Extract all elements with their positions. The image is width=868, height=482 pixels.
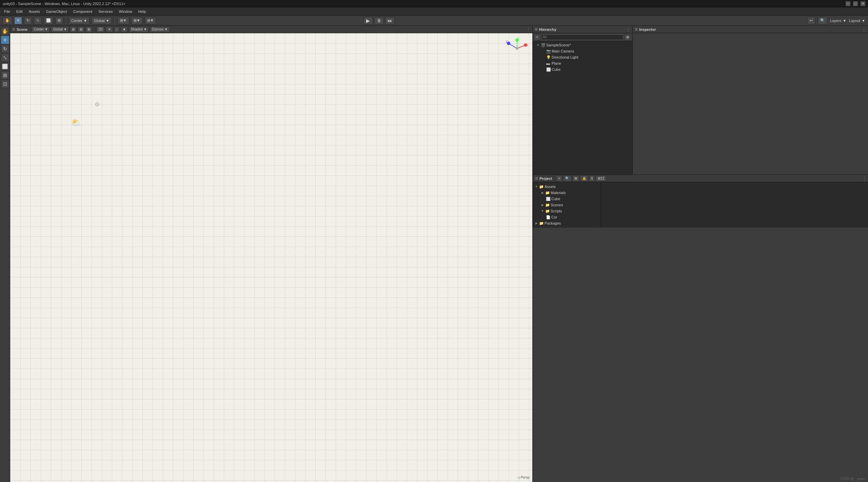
hierarchy-tree: ▼ 🎬 SampleScene* 📷 Main Camera (533, 41, 632, 174)
tree-item-samplescene[interactable]: ▼ 🎬 SampleScene* (533, 42, 632, 48)
project-filter-btn[interactable]: ⊞ (572, 175, 579, 182)
project-tree: ▼ 📁 Assets ▶ 📁 Materials ⬜ (533, 182, 601, 228)
title-bar: unity03 - SampleScene - Windows, Mac, Li… (0, 0, 868, 7)
snap-settings-btn[interactable]: ⊞▼ (118, 17, 129, 24)
move-tool-btn[interactable]: ✛ (14, 17, 22, 24)
menu-help[interactable]: Help (136, 9, 149, 14)
transform-tool-btn[interactable]: ⊞ (55, 17, 63, 24)
menu-gameobject[interactable]: GameObject (43, 9, 70, 14)
inspector-content (633, 33, 868, 174)
grid-btn[interactable]: ⊞▼ (131, 17, 143, 24)
maximize-button[interactable]: □ (853, 1, 858, 6)
scene-viewport[interactable]: X Y Z ⊙ ⛅ (10, 33, 532, 482)
project-cube-material[interactable]: ⬜ Cube (533, 196, 600, 202)
project-assets[interactable]: ▼ 📁 Assets (533, 184, 600, 190)
global-local-btn[interactable]: Global ▼ (92, 17, 112, 24)
tool-rotate[interactable]: ↻ (1, 45, 9, 53)
dirlight-label: Directional Light (552, 55, 578, 59)
tree-item-dirlight[interactable]: 💡 Directional Light (533, 54, 632, 60)
menu-component[interactable]: Component (70, 9, 95, 14)
tool-scale[interactable]: ⤡ (1, 54, 9, 62)
undo-history-btn[interactable]: ↩ (807, 17, 815, 24)
fx-btn[interactable]: ★ (121, 26, 128, 33)
menu-assets[interactable]: Assets (26, 9, 43, 14)
menu-services[interactable]: Services (96, 9, 115, 14)
step-button[interactable]: ⏭ (385, 17, 395, 24)
plane-label: Plane (552, 61, 561, 65)
scale-tool-btn[interactable]: ⤡ (34, 17, 42, 24)
project-materials[interactable]: ▶ 📁 Materials (533, 190, 600, 196)
project-cor-script[interactable]: 📄 Cor (533, 214, 600, 220)
hierarchy-search-btn[interactable]: ⊕ (624, 34, 631, 40)
scenes-label: Scenes (551, 203, 563, 207)
hierarchy-add-btn[interactable]: + (534, 34, 540, 40)
center-arrow: ▼ (44, 27, 48, 31)
assets-folder-icon: 📁 (539, 185, 544, 189)
tool-custom1[interactable]: ⊞ (1, 71, 9, 79)
hierarchy-panel-menu[interactable]: ⋮ (626, 27, 630, 32)
tree-item-plane[interactable]: ▬ Plane (533, 60, 632, 66)
tool-hand[interactable]: ✋ (1, 27, 9, 35)
scene-extras-btn[interactable]: ⊞ (70, 26, 77, 33)
toolbar-sep-2 (115, 17, 115, 24)
directional-light-icon: ⊙ (95, 101, 99, 107)
plane-icon: ▬ (546, 61, 551, 65)
inspector-panel-menu[interactable]: ⋮ (862, 27, 866, 32)
scene-area: ✋ ✛ ↻ ⤡ ⬜ ⊞ ⊡ ☰ Scene Center ▼ Global (0, 26, 532, 482)
project-panel-menu[interactable]: ⋮ (862, 176, 866, 181)
play-button[interactable]: ▶ (363, 17, 373, 24)
rotate-tool-btn[interactable]: ↻ (24, 17, 32, 24)
right-top-panels: ☰ Hierarchy ⋮ + ⊕ ▼ 🎬 SampleScene* (533, 26, 868, 175)
scene-grid-btn[interactable]: ⊞ (78, 26, 84, 33)
scene-gizmos-btn[interactable]: Gizmos ▼ (150, 26, 170, 33)
right-panels: ☰ Hierarchy ⋮ + ⊕ ▼ 🎬 SampleScene* (532, 26, 868, 482)
hand-tool-btn[interactable]: ✋ (3, 17, 12, 24)
menu-bar: File Edit Assets GameObject Component Se… (0, 7, 868, 16)
project-scripts[interactable]: ▼ 📁 Scripts (533, 208, 600, 214)
scenes-folder-icon: 📁 (545, 203, 550, 207)
2d-toggle-btn[interactable]: 2D (96, 26, 105, 33)
audio-btn[interactable]: ♪ (114, 26, 120, 33)
menu-file[interactable]: File (1, 9, 13, 14)
samplescene-icon: 🎬 (541, 43, 546, 47)
menu-window[interactable]: Window (116, 9, 135, 14)
hierarchy-search-input[interactable] (541, 35, 623, 40)
project-packages[interactable]: ▶ 📁 Packages (533, 220, 600, 226)
project-size-btn[interactable]: ⊞12 (596, 175, 606, 182)
project-info-btn[interactable]: ℹ (589, 175, 595, 182)
main-layout: ✋ ✛ ↻ ⤡ ⬜ ⊞ ⊡ ☰ Scene Center ▼ Global (0, 26, 868, 482)
tree-item-cube[interactable]: ⬜ Cube (533, 66, 632, 72)
extra-tools-btn[interactable]: ⊞▼ (145, 17, 156, 24)
tool-rect[interactable]: ⬜ (1, 62, 9, 70)
scene-center-btn[interactable]: Center ▼ (32, 26, 50, 33)
scene-header-icon: ☰ (12, 27, 15, 31)
center-pivot-btn[interactable]: Center ▼ (69, 17, 90, 24)
menu-edit[interactable]: Edit (14, 9, 25, 14)
scripts-label: Scripts (551, 209, 562, 213)
minimize-button[interactable]: ─ (846, 1, 850, 6)
scene-panel-menu[interactable]: ⋮ (526, 27, 530, 32)
tree-item-maincamera[interactable]: 📷 Main Camera (533, 48, 632, 54)
svg-text:Y: Y (518, 37, 520, 40)
layers-dropdown[interactable]: Layers ▼ (830, 19, 846, 23)
project-scenes[interactable]: ▶ 📁 Scenes (533, 202, 600, 208)
scene-global-btn[interactable]: Global ▼ (51, 26, 69, 33)
scene-view-mode-btn[interactable]: Shaded ▼ (129, 26, 149, 33)
main-toolbar: ✋ ✛ ↻ ⤡ ⬜ ⊞ Center ▼ Global ▼ ⊞▼ ⊞▼ ⊞▼ ▶… (0, 16, 868, 26)
pause-button[interactable]: ⏸ (374, 17, 384, 24)
rect-tool-btn[interactable]: ⬜ (44, 17, 53, 24)
project-lock-btn[interactable]: 🔒 (580, 175, 588, 182)
lighting-btn[interactable]: ☀ (106, 26, 113, 33)
scene-overlay-btn[interactable]: ⊞ (85, 26, 92, 33)
tool-custom2[interactable]: ⊡ (1, 80, 9, 88)
search-btn[interactable]: 🔍 (818, 17, 827, 24)
toolbar-sep-1 (66, 17, 66, 24)
hierarchy-panel: ☰ Hierarchy ⋮ + ⊕ ▼ 🎬 SampleScene* (533, 26, 633, 174)
cube-material-label: Cube (551, 197, 560, 201)
project-search-btn[interactable]: 🔍 (563, 175, 571, 182)
layout-dropdown[interactable]: Layout ▼ (849, 19, 865, 23)
close-button[interactable]: ✕ (861, 1, 865, 6)
hierarchy-toolbar: + ⊕ (533, 33, 632, 41)
tool-move[interactable]: ✛ (1, 36, 9, 44)
project-add-btn[interactable]: + (556, 175, 562, 182)
